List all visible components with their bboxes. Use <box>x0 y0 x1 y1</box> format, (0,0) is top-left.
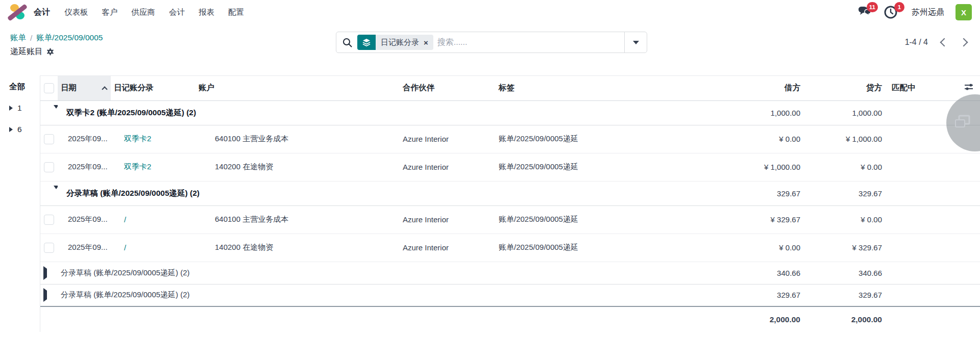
journal-entry-link[interactable]: 双季卡2 <box>124 162 151 171</box>
group-credit: 340.66 <box>807 262 889 284</box>
search-options-toggle[interactable] <box>624 32 647 53</box>
column-header-partner[interactable]: 合作伙伴 <box>400 76 496 100</box>
column-header-tag[interactable]: 标签 <box>496 76 675 100</box>
window-expand-icon <box>954 115 972 130</box>
main-menu: 仪表板 客户 供应商 会计 报表 配置 <box>64 7 244 18</box>
breadcrumb-current-link[interactable]: 账单/2025/09/0005 <box>36 33 103 43</box>
systray: 11 1 苏州远鼎 X <box>856 4 972 20</box>
pager-previous-icon[interactable] <box>940 38 949 47</box>
journal-entry-link[interactable]: / <box>124 215 126 224</box>
cell-debit: ¥ 329.67 <box>675 205 807 234</box>
group-debit: 1,000.00 <box>675 100 807 125</box>
search-icon <box>342 38 352 47</box>
pager-range[interactable]: 1-4 / 4 <box>905 38 928 47</box>
breadcrumb: 账单 / 账单/2025/09/0005 <box>10 33 296 43</box>
layers-icon <box>357 35 376 50</box>
group-debit: 329.67 <box>675 284 807 306</box>
cell-account: 140200 在途物资 <box>195 234 400 262</box>
cell-debit: ¥ 0.00 <box>675 234 807 262</box>
cell-tag: 账单/2025/09/0005递延 <box>496 125 675 153</box>
caret-down-icon[interactable] <box>54 105 58 117</box>
user-avatar[interactable]: X <box>955 4 972 20</box>
group-row-collapsed[interactable]: 分录草稿 (账单/2025/09/0005递延) (2) 329.67 329.… <box>40 284 980 306</box>
cell-account: 640100 主营业务成本 <box>195 205 400 234</box>
column-header-account[interactable]: 账户 <box>195 76 400 100</box>
column-header-date[interactable]: 日期 <box>58 76 111 100</box>
row-checkbox[interactable] <box>44 162 54 172</box>
table-row[interactable]: 2025年09... 双季卡2 640100 主营业务成本 Azure Inte… <box>40 125 980 153</box>
column-header-journal-entry[interactable]: 日记账分录 <box>111 76 195 100</box>
cell-account: 140200 在途物资 <box>195 153 400 181</box>
facet-label: 日记账分录 <box>381 38 419 47</box>
row-checkbox[interactable] <box>44 243 54 253</box>
group-row-collapsed[interactable]: 分录草稿 (账单/2025/09/0005递延) (2) 340.66 340.… <box>40 262 980 284</box>
search-bar: 日记账分录 × <box>336 32 647 53</box>
column-header-debit[interactable]: 借方 <box>675 76 807 100</box>
activities-badge: 1 <box>894 2 904 12</box>
search-facet-journal-items[interactable]: 日记账分录 × <box>357 35 433 50</box>
activities-clock-icon[interactable]: 1 <box>883 5 898 19</box>
breadcrumb-separator: / <box>30 34 32 43</box>
journal-entry-link[interactable]: / <box>124 243 126 252</box>
filter-group-6[interactable]: 6 <box>9 125 40 134</box>
cell-tag: 账单/2025/09/0005递延 <box>496 234 675 262</box>
group-row[interactable]: 双季卡2 (账单/2025/09/0005递延) (2) 1,000.00 1,… <box>40 100 980 125</box>
table-row[interactable]: 2025年09... / 640100 主营业务成本 Azure Interio… <box>40 205 980 234</box>
caret-right-icon[interactable] <box>43 288 47 302</box>
filter-group-1[interactable]: 1 <box>9 104 40 113</box>
search-input[interactable] <box>437 38 624 47</box>
journal-entry-link[interactable]: 双季卡2 <box>124 134 151 143</box>
messages-icon[interactable]: 11 <box>856 5 872 19</box>
gear-icon[interactable] <box>46 48 54 56</box>
messages-badge: 11 <box>867 2 878 12</box>
menu-reporting[interactable]: 报表 <box>199 7 214 18</box>
cell-date: 2025年09... <box>58 153 111 181</box>
caret-right-icon[interactable] <box>43 266 47 280</box>
control-panel: 账单 / 账单/2025/09/0005 递延账目 <box>0 24 980 75</box>
table-row[interactable]: 2025年09... / 140200 在途物资 Azure Interior … <box>40 234 980 262</box>
column-header-matching[interactable]: 匹配中 <box>889 76 935 100</box>
app-menu-accounting[interactable]: 会计 <box>34 7 50 18</box>
cell-partner: Azure Interior <box>400 234 496 262</box>
odoo-logo-icon[interactable] <box>7 3 28 21</box>
cell-credit: ¥ 0.00 <box>807 205 889 234</box>
cell-date: 2025年09... <box>58 234 111 262</box>
pager-next-icon[interactable] <box>960 38 968 47</box>
cell-tag: 账单/2025/09/0005递延 <box>496 205 675 234</box>
cell-debit: ¥ 1,000.00 <box>675 153 807 181</box>
menu-configuration[interactable]: 配置 <box>228 7 244 18</box>
filter-all[interactable]: 全部 <box>9 82 40 92</box>
page-title: 递延账目 <box>10 46 43 57</box>
pager: 1-4 / 4 <box>905 38 972 47</box>
optional-columns-icon[interactable] <box>964 83 973 91</box>
group-row[interactable]: 分录草稿 (账单/2025/09/0005递延) (2) 329.67 329.… <box>40 181 980 205</box>
menu-accounting[interactable]: 会计 <box>169 7 185 18</box>
cell-account: 640100 主营业务成本 <box>195 125 400 153</box>
top-nav: 会计 仪表板 客户 供应商 会计 报表 配置 11 1 苏州远鼎 X <box>0 0 980 24</box>
group-debit: 340.66 <box>675 262 807 284</box>
breadcrumb-bills-link[interactable]: 账单 <box>10 33 26 43</box>
row-checkbox[interactable] <box>44 215 54 225</box>
caret-down-icon[interactable] <box>54 186 58 198</box>
group-credit: 329.67 <box>807 284 889 306</box>
cell-credit: ¥ 329.67 <box>807 234 889 262</box>
table-row[interactable]: 2025年09... 双季卡2 140200 在途物资 Azure Interi… <box>40 153 980 181</box>
total-row: 2,000.00 2,000.00 <box>40 306 980 332</box>
list-view: 日期 日记账分录 账户 合作伙伴 标签 借方 贷方 匹配中 <box>40 75 980 332</box>
row-checkbox[interactable] <box>44 134 54 144</box>
chevron-down-icon <box>633 41 639 44</box>
cell-debit: ¥ 0.00 <box>675 125 807 153</box>
menu-customers[interactable]: 客户 <box>102 7 118 18</box>
list-header-row: 日期 日记账分录 账户 合作伙伴 标签 借方 贷方 匹配中 <box>40 76 980 100</box>
facet-close-icon[interactable]: × <box>424 38 428 47</box>
company-name[interactable]: 苏州远鼎 <box>912 7 944 18</box>
group-debit: 329.67 <box>675 181 807 205</box>
column-header-credit[interactable]: 贷方 <box>807 76 889 100</box>
cell-tag: 账单/2025/09/0005递延 <box>496 153 675 181</box>
select-all-checkbox[interactable] <box>44 83 54 93</box>
menu-vendors[interactable]: 供应商 <box>132 7 156 18</box>
group-credit: 329.67 <box>807 181 889 205</box>
total-debit: 2,000.00 <box>675 306 807 332</box>
menu-dashboard[interactable]: 仪表板 <box>64 7 88 18</box>
total-credit: 2,000.00 <box>807 306 889 332</box>
